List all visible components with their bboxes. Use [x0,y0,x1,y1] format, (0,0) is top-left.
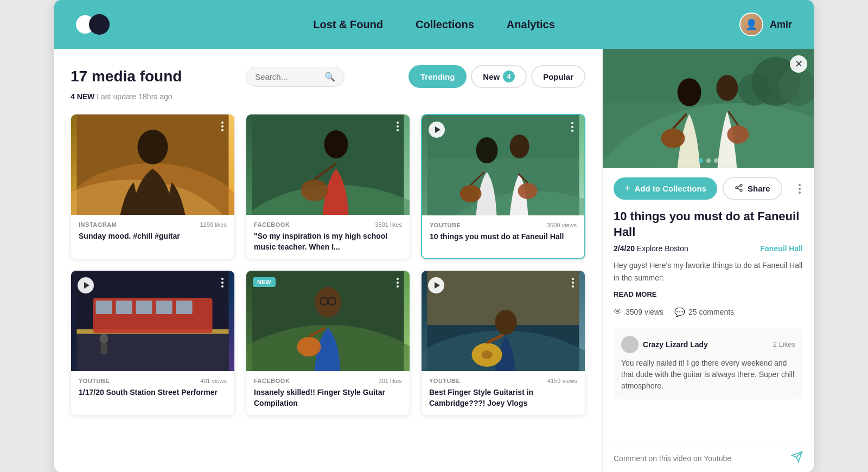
svg-point-59 [740,189,742,192]
media-card-6[interactable]: YOUTUBE 4159 views Best Finger Style Gui… [421,270,585,416]
share-label: Share [748,184,770,193]
search-bar[interactable]: 🔍 [246,67,344,87]
image-dots [699,158,718,163]
detail-description: Hey guys! Here's my favorite things to d… [614,259,803,284]
subtitle: 4 NEW Last update 18hrs ago [71,92,585,101]
svg-point-58 [736,187,738,189]
card-5-more-btn[interactable] [391,276,404,289]
card-5-meta: FACEBOOK 301 likes [254,378,402,384]
thumb-6 [422,271,585,371]
svg-point-13 [476,137,498,163]
header: Lost & Found Collections Analytics 👤 Ami… [54,0,814,49]
card-5-platform: FACEBOOK [254,378,290,384]
media-card-5[interactable]: NEW FACEBOOK 301 likes Insanely skilled!… [246,270,410,416]
media-count: 17 media found [71,68,182,85]
card-5-new-badge: NEW [253,277,276,287]
filter-tabs: Trending New 4 Popular [409,65,585,88]
card-6-stats: 4159 views [547,378,577,384]
filter-trending[interactable]: Trending [409,65,467,88]
detail-channel: Explore Boston [637,244,688,253]
svg-rect-25 [136,301,152,314]
new-badge-count: 4 [503,71,515,82]
read-more-button[interactable]: READ MORE [614,290,803,298]
media-card-3[interactable]: YOUTUBE 3509 views 10 things you must do… [421,114,585,259]
card-2-more-btn[interactable] [391,120,404,133]
send-button[interactable] [791,451,803,465]
card-3-meta: YOUTUBE 3509 views [430,222,577,228]
comments-count: 25 comments [688,308,734,316]
avatar-image: 👤 [741,14,762,35]
card-3-stats: 3509 views [547,222,577,228]
add-to-collections-button[interactable]: + Add to Collections [614,177,717,200]
svg-point-8 [301,180,328,201]
svg-point-53 [661,129,685,148]
detail-title: 10 things you must do at Faneuil Hall [614,209,803,240]
svg-rect-27 [176,301,193,314]
comment-icon: 💬 [674,307,685,317]
svg-point-41 [495,310,517,335]
filter-popular[interactable]: Popular [531,65,585,88]
main-content: 17 media found 🔍 Trending New 4 Popular [54,49,814,472]
commenter: Crazy Lizard Lady [621,336,708,353]
comment-input[interactable] [614,454,786,463]
svg-rect-29 [101,343,107,354]
nav-lost-found[interactable]: Lost & Found [313,18,383,31]
share-icon [735,183,743,194]
svg-line-60 [738,188,741,190]
svg-point-52 [716,75,738,101]
svg-rect-20 [77,330,229,371]
thumb-5: NEW [246,271,410,371]
card-3-platform: YOUTUBE [430,222,461,228]
dot-3 [714,158,718,163]
card-1-meta: INSTAGRAM 1290 likes [79,221,227,228]
close-button[interactable]: ✕ [790,55,807,73]
detail-more-actions[interactable] [796,182,803,196]
nav-analytics[interactable]: Analytics [507,18,555,31]
eye-icon: 👁 [614,307,622,317]
nav-collections[interactable]: Collections [416,18,474,31]
card-6-platform: YOUTUBE [429,378,460,384]
thumb-4 [71,271,234,371]
card-1-platform: INSTAGRAM [79,221,117,228]
card-2-platform: FACEBOOK [254,221,290,228]
new-label: 4 NEW [71,92,94,101]
username-label: Amir [770,19,792,30]
card-4-play-btn[interactable] [78,277,94,294]
card-6-play-btn[interactable] [428,277,444,294]
search-input[interactable] [255,72,320,81]
thumb-2 [246,114,410,215]
card-1-title: Sunday mood. #chill #guitar [79,231,227,242]
card-1-more-btn[interactable] [216,120,229,133]
svg-point-51 [678,78,701,106]
media-card-2[interactable]: FACEBOOK 3801 likes "So my inspiration i… [246,114,410,259]
avatar[interactable]: 👤 [739,12,763,36]
filter-new[interactable]: New 4 [471,65,527,88]
card-4-more-btn[interactable] [216,276,229,289]
card-5-stats: 301 likes [379,378,402,384]
svg-point-57 [740,184,742,186]
media-card-1[interactable]: INSTAGRAM 1290 likes Sunday mood. #chill… [71,114,235,259]
detail-stats: 👁 3509 views 💬 25 comments [614,307,803,317]
card-6-title: Best Finger Style Guitarist in Cambridge… [429,387,577,409]
search-icon: 🔍 [324,72,335,82]
user-area: 👤 Amir [739,12,792,36]
card-6-more-btn[interactable] [566,276,579,289]
card-3-play-btn[interactable] [429,122,445,138]
add-label: Add to Collections [635,184,707,193]
svg-rect-12 [427,158,579,215]
detail-date-channel: 2/4/20 Explore Boston [614,244,688,253]
detail-image: ✕ [603,49,814,168]
card-3-more-btn[interactable] [566,120,579,133]
svg-rect-23 [96,301,112,314]
svg-point-50 [738,73,770,106]
share-button[interactable]: Share [723,177,782,200]
card-4-meta: YOUTUBE 401 views [79,378,227,384]
media-card-4[interactable]: YOUTUBE 401 views 1/17/20 South Station … [71,270,235,416]
plus-icon: + [624,183,630,194]
svg-point-43 [482,350,493,359]
card-4-info: YOUTUBE 401 views 1/17/20 South Station … [71,371,234,405]
comments-stat: 💬 25 comments [674,307,734,317]
svg-point-17 [518,183,538,199]
card-1-info: INSTAGRAM 1290 likes Sunday mood. #chill… [71,215,234,248]
card-4-platform: YOUTUBE [79,378,110,384]
